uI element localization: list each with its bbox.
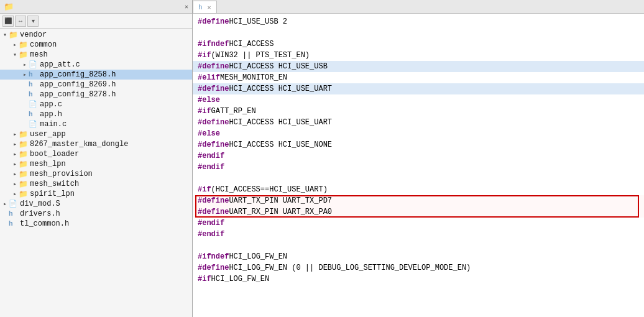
tree-item-div_mod_S[interactable]: ▸📄div_mod.S	[0, 199, 192, 209]
tree-item-app_c[interactable]: 📄app.c	[0, 99, 192, 109]
code-line-19: #endif	[193, 229, 644, 240]
tree-item-app_att_c[interactable]: ▸📄app_att.c	[0, 60, 192, 70]
folder-icon: 📁	[19, 160, 29, 168]
code-line-23: #if HCI_LOG_FW_EN	[193, 273, 644, 285]
tree-item-mesh[interactable]: ▾📁mesh	[0, 50, 192, 60]
keyword-token: #elif	[198, 72, 220, 83]
tree-arrow-spirit_lpn[interactable]: ▸	[11, 190, 19, 198]
view-menu-button[interactable]: ▾	[27, 16, 39, 27]
code-line-2: #ifndef HCI_ACCESS	[193, 39, 644, 50]
project-explorer-toolbar: ⬛ ↔ ▾	[0, 14, 192, 29]
tree-item-main_c[interactable]: 📄main.c	[0, 119, 192, 129]
code-line-0: #define HCI_USE_USB 2	[193, 16, 644, 27]
editor-tab-bar: h ✕	[193, 0, 644, 14]
tree-item-8267_master_kma_dongle[interactable]: ▸📁8267_master_kma_dongle	[0, 139, 192, 149]
plain-token: MESH_MONITOR_EN	[220, 72, 287, 83]
code-line-15: #if (HCI_ACCESS==HCI_USE_UART)	[193, 184, 644, 195]
folder-icon: 📁	[4, 2, 14, 12]
tree-item-boot_loader[interactable]: ▸📁boot_loader	[0, 149, 192, 159]
tree-label-boot_loader: boot_loader	[30, 150, 79, 158]
plain-token: HCI_LOG_FW_EN (0 || DEBUG_LOG_SETTING_DE…	[229, 262, 471, 273]
tree-arrow-div_mod_S[interactable]: ▸	[1, 200, 9, 208]
tree-item-mesh_provision[interactable]: ▸📁mesh_provision	[0, 169, 192, 179]
project-tree[interactable]: ▾📁vendor▸📁common▾📁mesh▸📄app_att.c▸happ_c…	[0, 29, 192, 317]
tree-label-app_h: app.h	[40, 110, 62, 119]
plain-token: HCI_LOG_FW_EN	[229, 251, 287, 262]
tree-item-spirit_lpn[interactable]: ▸📁spirit_lpn	[0, 189, 192, 199]
plain-token: UART_RX_PIN UART_RX_PA0	[229, 206, 332, 218]
tab-close-icon[interactable]: ✕	[208, 4, 211, 11]
code-line-9: #define HCI_ACCESS HCI_USE_UART	[193, 117, 644, 128]
tree-label-drivers_h: drivers.h	[20, 209, 60, 218]
file-h-icon: h	[29, 110, 39, 119]
folder-icon: 📁	[19, 150, 29, 158]
plain-token: HCI_ACCESS HCI_USE_USB	[229, 61, 327, 72]
editor-tab-app-config[interactable]: h ✕	[193, 1, 217, 13]
tree-arrow-boot_loader[interactable]: ▸	[11, 150, 19, 158]
main-window: 📁 ✕ ⬛ ↔ ▾ ▾📁vendor▸📁common▾📁mesh▸📄app_at…	[0, 0, 644, 317]
tree-arrow-common[interactable]: ▸	[11, 41, 19, 48]
close-icon[interactable]: ✕	[185, 3, 188, 11]
keyword-token: #if	[198, 106, 211, 117]
tree-arrow-mesh_switch[interactable]: ▸	[11, 180, 19, 188]
code-line-8: #if GATT_RP_EN	[193, 106, 644, 117]
tree-label-app_c: app.c	[40, 100, 62, 109]
keyword-token: #endif	[198, 162, 224, 173]
keyword-token: #endif	[198, 229, 224, 240]
tree-label-mesh: mesh	[30, 50, 48, 59]
tree-label-8267_master_kma_dongle: 8267_master_kma_dongle	[30, 140, 128, 149]
folder-icon: 📁	[19, 170, 29, 178]
tree-item-vendor[interactable]: ▾📁vendor	[0, 30, 192, 40]
tree-item-mesh_switch[interactable]: ▸📁mesh_switch	[0, 179, 192, 189]
tree-label-app_config_8258_h: app_config_8258.h	[40, 70, 116, 79]
file-h-icon: h	[29, 90, 39, 99]
tree-item-tl_common_h[interactable]: htl_common.h	[0, 219, 192, 229]
tree-arrow-vendor[interactable]: ▾	[1, 31, 9, 39]
keyword-token: #ifndef	[198, 39, 229, 50]
code-line-12: #endif	[193, 150, 644, 162]
folder-icon: 📁	[19, 190, 29, 198]
keyword-token: #ifndef	[198, 251, 229, 262]
file-h-icon: h	[9, 209, 19, 218]
plain-token: HCI_ACCESS	[229, 39, 274, 50]
tree-label-common: common	[30, 40, 57, 49]
tree-item-app_config_8269_h[interactable]: happ_config_8269.h	[0, 80, 192, 90]
tree-arrow-mesh_provision[interactable]: ▸	[11, 170, 19, 178]
plain-token: HCI_LOG_FW_EN	[211, 273, 270, 285]
code-content-wrapper[interactable]: #define HCI_USE_USB 2 #ifndef HCI_ACCESS…	[193, 14, 644, 317]
plain-token: UART_TX_PIN UART_TX_PD7	[229, 195, 332, 206]
tree-item-app_config_8278_h[interactable]: happ_config_8278.h	[0, 90, 192, 99]
tree-arrow-mesh_lpn[interactable]: ▸	[11, 160, 19, 168]
tree-item-user_app[interactable]: ▸📁user_app	[0, 129, 192, 139]
tree-arrow-user_app[interactable]: ▸	[11, 131, 19, 138]
tree-item-drivers_h[interactable]: hdrivers.h	[0, 209, 192, 219]
tree-arrow-app_config_8258_h[interactable]: ▸	[21, 71, 29, 78]
file-h-icon: h	[9, 219, 19, 228]
tree-label-mesh_lpn: mesh_lpn	[30, 160, 66, 168]
code-line-21: #ifndef HCI_LOG_FW_EN	[193, 251, 644, 262]
folder-icon: 📁	[9, 30, 19, 39]
keyword-token: #define	[198, 139, 229, 150]
file-h-icon: h	[29, 70, 39, 79]
plain-token: (WIN32 || PTS_TEST_EN)	[211, 50, 310, 61]
keyword-token: #endif	[198, 218, 224, 229]
tree-arrow-app_att_c[interactable]: ▸	[21, 61, 29, 68]
code-line-18: #endif	[193, 218, 644, 229]
tree-item-common[interactable]: ▸📁common	[0, 40, 192, 50]
keyword-token: #else	[198, 128, 220, 139]
collapse-all-button[interactable]: ⬛	[2, 16, 14, 27]
code-line-14	[193, 173, 644, 184]
keyword-token: #define	[198, 61, 229, 72]
tree-item-mesh_lpn[interactable]: ▸📁mesh_lpn	[0, 159, 192, 169]
tree-arrow-mesh[interactable]: ▾	[11, 51, 19, 58]
keyword-token: #define	[198, 83, 229, 94]
file-icon: 📄	[29, 60, 39, 69]
tree-item-app_config_8258_h[interactable]: ▸happ_config_8258.h	[0, 70, 192, 80]
code-line-5: #elif MESH_MONITOR_EN	[193, 72, 644, 83]
code-line-17: #define UART_RX_PIN UART_RX_PA0	[193, 206, 644, 218]
tree-item-app_h[interactable]: happ.h	[0, 109, 192, 119]
link-with-editor-button[interactable]: ↔	[15, 16, 26, 27]
tree-arrow-8267_master_kma_dongle[interactable]: ▸	[11, 140, 19, 148]
code-editor-panel: h ✕ #define HCI_USE_USB 2 #ifndef HCI_AC…	[193, 0, 644, 317]
tree-label-main_c: main.c	[40, 120, 67, 129]
